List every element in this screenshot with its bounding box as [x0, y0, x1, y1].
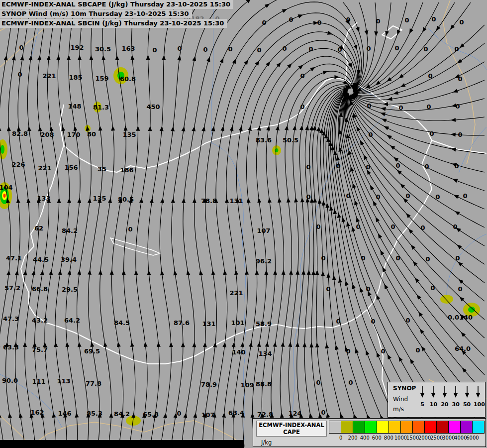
cape-legend-param-name: CAPE [257, 429, 326, 436]
title-sbcape: ECMWF-INDEX-ANAL SBCAPE (J/kg) Thursday … [0, 0, 233, 9]
cape-legend-title-box: ECMWF-INDEX-ANAL CAPE [256, 421, 327, 437]
cape-colorbar-cell [437, 421, 449, 433]
cape-legend-units: J/kg [261, 439, 272, 446]
cape-colorbar-cell [329, 421, 341, 433]
cape-colorbar-cell [413, 421, 425, 433]
map-title-block: ECMWF-INDEX-ANAL SBCAPE (J/kg) Thursday … [0, 0, 233, 28]
cape-colorbar-cell [389, 421, 401, 433]
cape-patch [117, 72, 124, 80]
wind-legend-unit-label: m/s [393, 406, 404, 413]
cape-tick-label: 400 [360, 435, 370, 441]
wind-streamlines [0, 0, 485, 447]
river-line [211, 143, 246, 441]
country-border-hungary [21, 78, 432, 364]
cape-patch [440, 295, 453, 304]
cape-colorbar-cell [353, 421, 365, 433]
river-line [447, 234, 487, 303]
title-synop-wind: SYNOP Wind (m/s) 10m Thursday 23-10-2025… [0, 9, 192, 18]
wind-legend-wind-label: Wind [393, 396, 408, 403]
wind-speed-value: 30 [451, 401, 460, 408]
cape-legend: ECMWF-INDEX-ANAL CAPE J/kg 0200400600800… [253, 418, 486, 447]
wind-arrow-icon [451, 384, 460, 400]
wind-arrow-icon [440, 384, 449, 400]
weather-map-stage: 00.182000000000019230.516300000000000002… [0, 0, 487, 448]
synop-wind-legend: SYNOP Wind m/s 510203050100 [388, 382, 486, 418]
wind-speed-value: 100 [474, 401, 483, 408]
cape-tick-label: 600 [372, 435, 382, 441]
wind-speed-value: 10 [429, 401, 438, 408]
wind-speed-value: 5 [418, 401, 427, 408]
cape-tick-label: 1500 [406, 435, 419, 441]
river-line [0, 374, 62, 427]
cape-colorbar-cell [401, 421, 413, 433]
cape-patch [275, 148, 279, 152]
wind-arrow-icon [418, 384, 427, 400]
wind-legend-title: SYNOP [393, 385, 416, 392]
lake-balaton-outline [110, 238, 160, 255]
cape-colorbar-cell [377, 421, 389, 433]
cape-patch [0, 145, 4, 154]
cape-tick-label: 6000 [466, 435, 479, 441]
wind-speed-value: 20 [440, 401, 449, 408]
cape-tick-label: 0 [339, 435, 342, 441]
bottom-black-bar [0, 440, 244, 448]
cape-tick-label: 800 [384, 435, 393, 441]
cape-colorbar-cell [425, 421, 437, 433]
country-border-segment [432, 140, 487, 153]
cape-tick-label: 4000 [454, 435, 467, 441]
cape-colorbar [329, 421, 485, 434]
cape-colorbar-ticks: 0200400600800100015002000250030004000600… [329, 435, 485, 442]
cape-tick-label: 1000 [394, 435, 407, 441]
cape-colorbar-cell [461, 421, 473, 433]
title-sbcin: ECMWF-INDEX-ANAL SBCIN (J/kg) Thursday 2… [0, 19, 227, 28]
cape-colorbar-cell [449, 421, 461, 433]
wind-arrow-icon [463, 384, 472, 400]
cape-legend-model-name: ECMWF-INDEX-ANAL [257, 422, 326, 429]
cape-tick-label: 2000 [418, 435, 431, 441]
cape-colorbar-cell [341, 421, 353, 433]
wind-arrow-icon [474, 384, 483, 400]
map-streamlines-svg [0, 0, 487, 448]
cape-tick-label: 200 [348, 435, 358, 441]
wind-speed-value: 50 [463, 401, 472, 408]
cape-patch [3, 194, 6, 198]
cape-colorbar-cell [473, 421, 484, 433]
cape-tick-label: 2500 [430, 435, 443, 441]
outer-border-line [443, 0, 475, 164]
wind-legend-arrows [418, 384, 483, 400]
cape-tick-label: 3000 [442, 435, 455, 441]
wind-arrow-icon [429, 384, 438, 400]
cape-patch [468, 307, 475, 313]
cape-colorbar-cell [365, 421, 377, 433]
wind-legend-values: 510203050100 [418, 401, 483, 408]
